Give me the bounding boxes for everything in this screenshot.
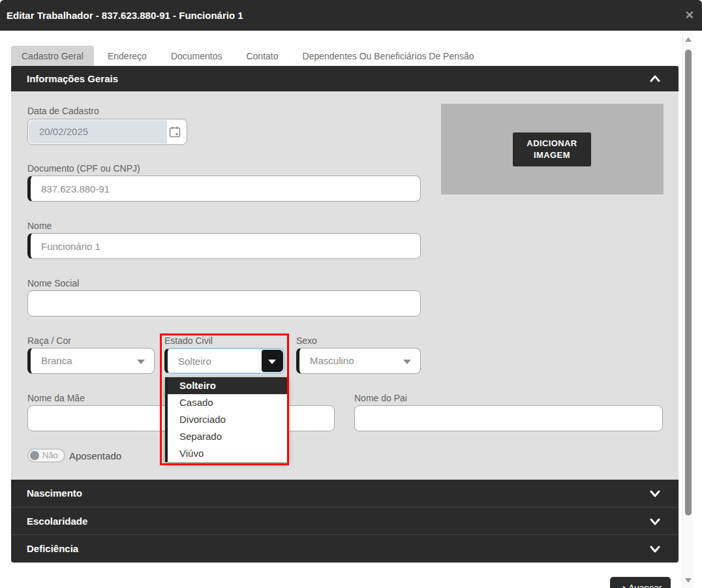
scrollbar-thumb[interactable] bbox=[685, 50, 692, 516]
vertical-scrollbar[interactable] bbox=[682, 31, 694, 588]
modal-header: Editar Trabalhador - 837.623.880-91 - Fu… bbox=[0, 0, 702, 31]
edit-worker-modal: Editar Trabalhador - 837.623.880-91 - Fu… bbox=[0, 0, 702, 588]
accordion-title: Informações Gerais bbox=[27, 66, 118, 91]
estado-civil-label: Estado Civil bbox=[164, 335, 213, 346]
dropdown-option-separado[interactable]: Separado bbox=[168, 428, 288, 445]
employee-photo-placeholder: Adicionar Imagem bbox=[441, 104, 664, 194]
scroll-up-arrow-icon[interactable] bbox=[685, 37, 692, 42]
estado-civil-select[interactable]: Solteiro bbox=[164, 348, 285, 374]
avancar-button[interactable]: ➜ Avançar bbox=[610, 577, 671, 588]
tab-bar: Cadastro Geral Endereço Documentos Conta… bbox=[11, 46, 485, 66]
estado-civil-dropdown-button[interactable] bbox=[262, 350, 283, 372]
aposentado-toggle[interactable]: Não bbox=[27, 448, 65, 463]
nome-pai-label: Nome do Pai bbox=[354, 393, 407, 403]
accordion-nascimento[interactable]: Nascimento bbox=[11, 480, 679, 507]
raca-cor-select[interactable]: Branca bbox=[27, 348, 155, 374]
tab-documentos[interactable]: Documentos bbox=[160, 46, 233, 66]
tab-endereco[interactable]: Endereço bbox=[97, 46, 157, 66]
scroll-down-arrow-icon[interactable] bbox=[685, 578, 692, 583]
accordion-escolaridade[interactable]: Escolaridade bbox=[11, 507, 679, 535]
nome-input[interactable] bbox=[27, 233, 421, 259]
chevron-down-icon bbox=[650, 488, 660, 499]
accordion-deficiencia[interactable]: Deficiência bbox=[11, 534, 679, 563]
chevron-down-icon bbox=[137, 360, 145, 364]
nome-mae-label: Nome da Mãe bbox=[27, 393, 85, 403]
nome-label: Nome bbox=[27, 221, 52, 231]
data-cadastro-field: 20/02/2025 bbox=[27, 119, 187, 145]
accordion-title: Nascimento bbox=[27, 480, 82, 507]
modal-title: Editar Trabalhador - 837.623.880-91 - Fu… bbox=[7, 0, 243, 31]
toggle-state-text: Não bbox=[42, 450, 58, 461]
accordion-title: Escolaridade bbox=[27, 508, 87, 535]
documento-label: Documento (CPF ou CNPJ) bbox=[27, 163, 140, 174]
chevron-down-icon bbox=[650, 544, 660, 554]
dropdown-option-divorciado[interactable]: Divorciado bbox=[168, 411, 288, 428]
data-cadastro-value: 20/02/2025 bbox=[39, 119, 88, 144]
dropdown-option-solteiro[interactable]: Solteiro bbox=[168, 377, 288, 394]
aposentado-label: Aposentado bbox=[69, 450, 121, 461]
estado-civil-value: Solteiro bbox=[178, 349, 211, 374]
nome-social-input[interactable] bbox=[27, 290, 421, 317]
informacoes-gerais-panel: Data de Cadastro 20/02/2025 Documento (C… bbox=[11, 91, 679, 480]
accordion-title: Deficiência bbox=[27, 535, 78, 563]
raca-cor-value: Branca bbox=[41, 348, 72, 373]
chevron-down-icon bbox=[650, 516, 660, 527]
tab-dependentes[interactable]: Dependentes Ou Beneficiários De Pensão bbox=[292, 46, 485, 66]
nome-social-label: Nome Social bbox=[27, 278, 79, 288]
sexo-label: Sexo bbox=[296, 335, 317, 346]
close-icon[interactable]: ✕ bbox=[685, 0, 694, 31]
data-cadastro-label: Data de Cadastro bbox=[27, 106, 99, 116]
nome-pai-input[interactable] bbox=[354, 405, 663, 431]
add-image-button[interactable]: Adicionar Imagem bbox=[513, 132, 591, 166]
dropdown-option-casado[interactable]: Casado bbox=[168, 394, 288, 411]
raca-cor-label: Raça / Cor bbox=[27, 335, 71, 346]
toggle-knob bbox=[30, 451, 39, 460]
accordion-informacoes-gerais[interactable]: Informações Gerais bbox=[11, 66, 679, 91]
chevron-down-icon bbox=[268, 360, 276, 364]
sexo-value: Masculino bbox=[310, 348, 354, 373]
sexo-select[interactable]: Masculino bbox=[296, 348, 421, 374]
tab-contato[interactable]: Contato bbox=[236, 46, 288, 66]
calendar-icon[interactable] bbox=[168, 125, 181, 138]
documento-input[interactable] bbox=[27, 176, 421, 202]
chevron-down-icon bbox=[403, 360, 411, 364]
tab-cadastro-geral[interactable]: Cadastro Geral bbox=[11, 46, 94, 66]
dropdown-option-viuvo[interactable]: Viúvo bbox=[168, 445, 288, 462]
chevron-up-icon bbox=[650, 74, 660, 84]
estado-civil-dropdown-list: Solteiro Casado Divorciado Separado Viúv… bbox=[165, 377, 288, 462]
